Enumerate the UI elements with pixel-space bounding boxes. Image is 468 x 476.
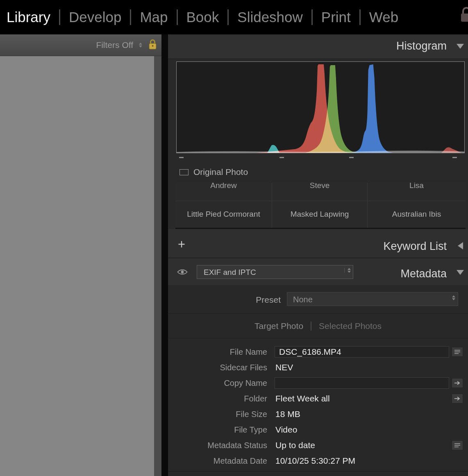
selected-photos-toggle[interactable]: Selected Photos bbox=[319, 321, 382, 331]
histogram-svg bbox=[177, 62, 464, 153]
module-tab-map[interactable]: Map bbox=[131, 9, 176, 25]
metadata-fields: File Name DSC_6186.MP4 Sidecar Files NEV… bbox=[168, 338, 468, 469]
metadata-title: Metadata bbox=[400, 267, 447, 280]
grid-divider bbox=[272, 183, 272, 228]
field-label: Sidecar Files bbox=[168, 363, 267, 372]
histogram-marker bbox=[349, 157, 354, 158]
field-value: NEV bbox=[275, 363, 293, 372]
dropdown-arrows-icon bbox=[452, 295, 455, 300]
section-divider bbox=[168, 471, 468, 471]
metadata-panel-header[interactable]: EXIF and IPTC Metadata bbox=[168, 258, 468, 285]
field-row-file-type: File Type Video bbox=[168, 422, 468, 437]
file-name-field[interactable]: DSC_6186.MP4 bbox=[275, 346, 449, 358]
field-label: File Size bbox=[168, 410, 267, 419]
folder-go-button[interactable] bbox=[452, 394, 463, 403]
keyword-suggestion[interactable]: Lisa bbox=[368, 183, 466, 201]
module-tab-develop[interactable]: Develop bbox=[60, 9, 130, 25]
metadata-view-value: EXIF and IPTC bbox=[204, 268, 256, 277]
copy-name-go-button[interactable] bbox=[452, 378, 463, 388]
grid-divider bbox=[367, 183, 368, 228]
vertical-scrollbar[interactable] bbox=[154, 56, 161, 476]
field-value: 18 MB bbox=[275, 409, 300, 419]
metadata-content: Preset None Target Photo Selected Photos… bbox=[168, 285, 468, 476]
copy-name-field[interactable] bbox=[275, 377, 449, 389]
keyword-suggestion[interactable]: Little Pied Cormorant bbox=[175, 201, 272, 228]
target-toggle-row: Target Photo Selected Photos bbox=[168, 314, 468, 338]
keyword-list-panel-header[interactable]: + Keyword List bbox=[168, 229, 468, 258]
panel-divider bbox=[161, 34, 168, 476]
field-row-metadata-status: Metadata Status Up to date bbox=[168, 437, 468, 453]
target-photo-toggle[interactable]: Target Photo bbox=[254, 321, 303, 331]
preset-label: Preset bbox=[168, 295, 281, 305]
field-row-file-size: File Size 18 MB bbox=[168, 406, 468, 422]
field-value: Up to date bbox=[275, 440, 315, 450]
field-label: File Type bbox=[168, 425, 267, 435]
histogram-marker bbox=[279, 157, 284, 158]
field-value: 10/10/25 5:30:27 PM bbox=[275, 456, 355, 466]
lock-icon bbox=[459, 6, 468, 25]
keyword-suggestion[interactable]: Andrew bbox=[175, 183, 272, 201]
field-row-metadata-date: Metadata Date 10/10/25 5:30:27 PM bbox=[168, 453, 468, 469]
histogram-blue-channel bbox=[352, 64, 393, 153]
filter-status-dropdown[interactable]: Filters Off bbox=[96, 40, 133, 50]
histogram-chart[interactable] bbox=[176, 61, 465, 153]
keyword-suggestion[interactable]: Masked Lapwing bbox=[272, 201, 367, 228]
dropdown-arrows-icon bbox=[344, 268, 351, 273]
module-picker: Library Develop Map Book Slideshow Print… bbox=[0, 0, 468, 34]
lightroom-window: Library Develop Map Book Slideshow Print… bbox=[0, 0, 468, 476]
field-value: Fleet Week all bbox=[275, 394, 330, 403]
histogram-panel-header[interactable]: Histogram bbox=[168, 34, 468, 59]
histogram-marker bbox=[452, 157, 457, 158]
eye-icon[interactable] bbox=[177, 268, 188, 277]
field-label: File Name bbox=[168, 347, 267, 357]
keyword-suggestions-grid: Andrew Steve Lisa Little Pied Cormorant … bbox=[175, 183, 466, 228]
module-tab-print[interactable]: Print bbox=[313, 9, 359, 25]
filter-dropdown-arrows-icon[interactable] bbox=[139, 43, 142, 48]
field-label: Copy Name bbox=[168, 379, 267, 388]
expand-arrow-icon[interactable] bbox=[458, 242, 463, 249]
field-row-copy-name: Copy Name bbox=[168, 375, 468, 391]
file-name-menu-button[interactable] bbox=[452, 347, 463, 357]
grid-content-area bbox=[0, 56, 154, 476]
keyword-list-title: Keyword List bbox=[383, 240, 447, 253]
original-photo-label: Original Photo bbox=[193, 167, 248, 177]
filter-lock-icon[interactable] bbox=[148, 39, 157, 52]
module-tab-book[interactable]: Book bbox=[178, 9, 228, 25]
preset-value: None bbox=[293, 295, 313, 304]
field-value: Video bbox=[275, 425, 297, 435]
histogram-marker bbox=[179, 157, 184, 158]
metadata-view-selector[interactable]: EXIF and IPTC bbox=[197, 265, 353, 279]
metadata-status-menu-button[interactable] bbox=[452, 440, 463, 450]
histogram-cyan-bump bbox=[267, 145, 279, 153]
field-row-sidecar-files: Sidecar Files NEV bbox=[168, 360, 468, 375]
field-row-folder: Folder Fleet Week all bbox=[168, 391, 468, 406]
module-tab-slideshow[interactable]: Slideshow bbox=[229, 9, 311, 25]
keyword-suggestion[interactable]: Australian Ibis bbox=[368, 201, 466, 228]
right-panel: Histogram Original Photo Andrew Steve bbox=[168, 34, 468, 476]
field-label: Metadata Status bbox=[168, 441, 267, 450]
collapse-arrow-icon[interactable] bbox=[457, 44, 464, 49]
histogram-title: Histogram bbox=[396, 40, 447, 52]
field-label: Metadata Date bbox=[168, 456, 267, 466]
original-photo-row: Original Photo bbox=[179, 167, 248, 177]
toggle-separator bbox=[311, 322, 311, 331]
histogram-red-bump bbox=[441, 147, 461, 153]
preset-selector[interactable]: None bbox=[287, 292, 458, 306]
filter-bar: Filters Off bbox=[0, 34, 161, 56]
original-photo-checkbox[interactable] bbox=[179, 169, 189, 175]
preset-row: Preset None bbox=[168, 285, 468, 314]
field-row-file-name: File Name DSC_6186.MP4 bbox=[168, 344, 468, 360]
module-tab-library[interactable]: Library bbox=[7, 9, 59, 25]
add-keyword-button[interactable]: + bbox=[178, 238, 185, 251]
keyword-suggestion[interactable]: Steve bbox=[272, 183, 367, 201]
collapse-arrow-icon[interactable] bbox=[457, 270, 464, 275]
module-tab-web[interactable]: Web bbox=[361, 9, 407, 25]
field-label: Folder bbox=[168, 394, 267, 403]
